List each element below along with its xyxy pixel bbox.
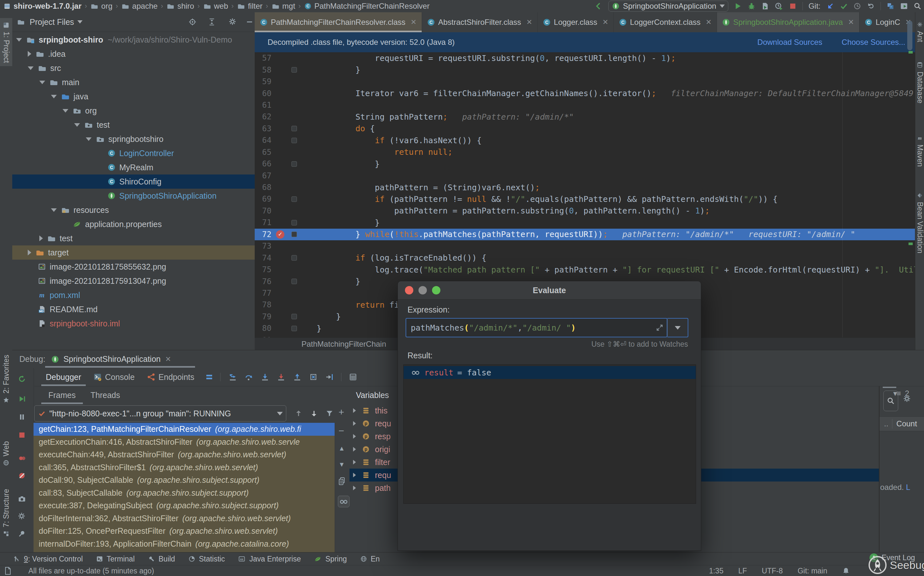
pause-button[interactable] <box>18 413 26 421</box>
code-line[interactable]: 57 requestURI = requestURI.substring(0, … <box>255 52 915 64</box>
run-config-selector[interactable]: SpringbootShiroApplication <box>608 1 728 11</box>
breadcrumb-item[interactable]: filter <box>237 2 262 11</box>
chevron-expanded-icon[interactable] <box>74 123 80 127</box>
rerun-button[interactable] <box>18 375 26 383</box>
code-line[interactable]: 66 } <box>255 158 915 170</box>
expression-history-dropdown[interactable] <box>667 318 688 338</box>
breakpoint-icon[interactable]: ✓ <box>276 230 284 238</box>
code-line[interactable]: 64 if (!var6.hasNext()) { <box>255 134 915 146</box>
status-item[interactable]: LF <box>738 566 747 575</box>
code-line[interactable]: 62 String pathPattern; pathPattern: "/ad… <box>255 111 915 123</box>
fold-marker-icon[interactable] <box>292 126 297 131</box>
code-line[interactable]: 60 Iterator var6 = filterChainManager.ge… <box>255 87 915 99</box>
tab-debugger[interactable]: Debugger <box>46 368 81 386</box>
editor-breadcrumb[interactable]: PathMatchingFilterChain <box>302 339 386 349</box>
evaluate-expression-button[interactable] <box>349 373 357 381</box>
code-line[interactable]: 69 if (pathPattern != null && !"/".equal… <box>255 193 915 205</box>
tree-item-resources[interactable]: resources <box>12 203 255 217</box>
tree-item-main[interactable]: main <box>12 75 255 90</box>
vcs-update-button[interactable] <box>826 2 834 10</box>
toolwindow-statistic[interactable]: Statistic <box>188 555 225 563</box>
step-out-button[interactable] <box>294 373 301 381</box>
fold-marker-icon[interactable] <box>292 220 297 226</box>
close-icon[interactable]: ✕ <box>848 18 854 26</box>
expand-icon[interactable] <box>656 324 664 331</box>
sidebar-item-project[interactable]: 1: Project <box>0 18 12 66</box>
tab-springbootshiroapplication-java[interactable]: SpringbootShiroApplication.java✕ <box>717 12 860 32</box>
tree-item-shiroconfig[interactable]: CShiroConfig <box>12 174 255 189</box>
tree-item-springbootshiroapplication[interactable]: SpringbootShiroApplication <box>12 189 255 203</box>
toolwindow-spring[interactable]: Spring <box>314 555 346 563</box>
toolwindow-database[interactable]: Database <box>915 61 924 103</box>
tree-item-logincontroller[interactable]: CLoginController <box>12 146 255 160</box>
code-line[interactable]: 58 } <box>255 64 915 75</box>
stack-frame-row[interactable]: executeChain:449, AbstractShiroFilter(or… <box>34 448 335 461</box>
code-line[interactable]: 65 return null; <box>255 146 915 158</box>
tree-item-readme-md[interactable]: MDREADME.md <box>12 302 255 316</box>
tree-item-java[interactable]: java <box>12 90 255 104</box>
move-down-button[interactable]: ▼ <box>338 461 345 468</box>
collapse-all-button[interactable] <box>208 18 216 26</box>
dialog-titlebar[interactable]: Evaluate <box>398 281 701 299</box>
fold-marker-icon[interactable] <box>292 197 297 202</box>
chevron-collapsed-icon[interactable] <box>353 460 356 464</box>
chevron-collapsed-icon[interactable] <box>28 250 31 255</box>
vcs-rollback-button[interactable] <box>867 2 875 10</box>
expression-input[interactable]: pathMatches("/admin/*","/admin/ ") <box>405 318 667 338</box>
fold-marker-icon[interactable] <box>292 67 297 72</box>
view-breakpoints-button[interactable] <box>18 454 26 462</box>
tab-loginc[interactable]: CLoginC✕ <box>860 12 915 32</box>
pin-button[interactable] <box>18 530 26 538</box>
run-to-cursor-button[interactable] <box>326 373 334 381</box>
chevron-collapsed-icon[interactable] <box>28 51 31 57</box>
run-anything-button[interactable] <box>900 2 908 10</box>
tab-pathmatchingfilterchainresolver-class[interactable]: CPathMatchingFilterChainResolver.class✕ <box>255 12 422 32</box>
toolwindow-ant[interactable]: Ant <box>915 21 924 42</box>
close-icon[interactable]: ✕ <box>526 18 532 26</box>
fold-marker-icon[interactable] <box>292 314 297 319</box>
close-icon[interactable]: ✕ <box>603 18 608 26</box>
tree-item-test[interactable]: test <box>12 118 255 132</box>
frame-down-button[interactable] <box>310 410 318 417</box>
stack-frame-row[interactable]: call:365, AbstractShiroFilter$1(org.apac… <box>34 461 335 474</box>
stop-button[interactable] <box>789 2 797 10</box>
search-everywhere-button[interactable] <box>914 2 921 10</box>
close-icon[interactable]: ✕ <box>165 355 171 363</box>
toolwindow-build[interactable]: Build <box>148 555 175 563</box>
resume-button[interactable] <box>18 395 26 403</box>
force-step-into-button[interactable] <box>277 373 285 381</box>
stack-frame-row[interactable]: internalDoFilter:193, ApplicationFilterC… <box>34 538 335 550</box>
fold-marker-icon[interactable] <box>292 326 297 331</box>
chevron-expanded-icon[interactable] <box>39 81 45 84</box>
tab-variables[interactable]: Variables <box>356 386 389 404</box>
breadcrumb-item[interactable]: web <box>203 2 228 11</box>
thread-selector[interactable]: "http-nio-8080-exec-1"...n group "main":… <box>34 405 286 421</box>
chevron-expanded-icon[interactable] <box>51 208 57 212</box>
coverage-button[interactable] <box>761 2 769 10</box>
tab-loggercontext-class[interactable]: CLoggerContext.class✕ <box>614 12 717 32</box>
breadcrumb-item[interactable]: shiro-web-1.7.0.jar <box>3 2 81 11</box>
banner-link[interactable]: Download Sources <box>757 38 822 47</box>
debug-session-tab[interactable]: SpringbootShiroApplication <box>64 354 161 364</box>
stack-frame-row[interactable]: getChain:123, PathMatchingFilterChainRes… <box>34 423 335 436</box>
code-line[interactable]: 71 } <box>255 217 915 228</box>
sidebar-item-favorites[interactable]: 2: Favorites <box>0 355 12 404</box>
code-line[interactable]: 61 <box>255 99 915 111</box>
fold-marker-icon[interactable] <box>292 232 297 237</box>
filter-frames-button[interactable] <box>326 410 334 417</box>
show-execution-point-button[interactable] <box>229 373 237 381</box>
layout-settings-button[interactable] <box>205 373 213 381</box>
status-item[interactable]: 1:35 <box>709 566 723 575</box>
memory-col-class[interactable]: .. <box>884 419 888 428</box>
chevron-expanded-icon[interactable] <box>51 95 57 98</box>
chevron-collapsed-icon[interactable] <box>353 473 356 477</box>
sidebar-item-structure[interactable]: 7: Structure <box>0 489 12 538</box>
stack-frame-row[interactable]: doFilterInternal:362, AbstractShiroFilte… <box>34 512 335 525</box>
frame-up-button[interactable] <box>295 410 302 417</box>
chevron-expanded-icon[interactable] <box>28 66 34 70</box>
toolwindow-9-version-control[interactable]: 9: Version Control <box>13 555 83 563</box>
tree-item-org[interactable]: org <box>12 104 255 118</box>
sidebar-item-web[interactable]: Web <box>0 441 12 467</box>
stop-debug-button[interactable] <box>18 431 26 439</box>
execution-line[interactable]: 72✓ } while(!this.pathMatches(pathPatter… <box>255 229 915 240</box>
